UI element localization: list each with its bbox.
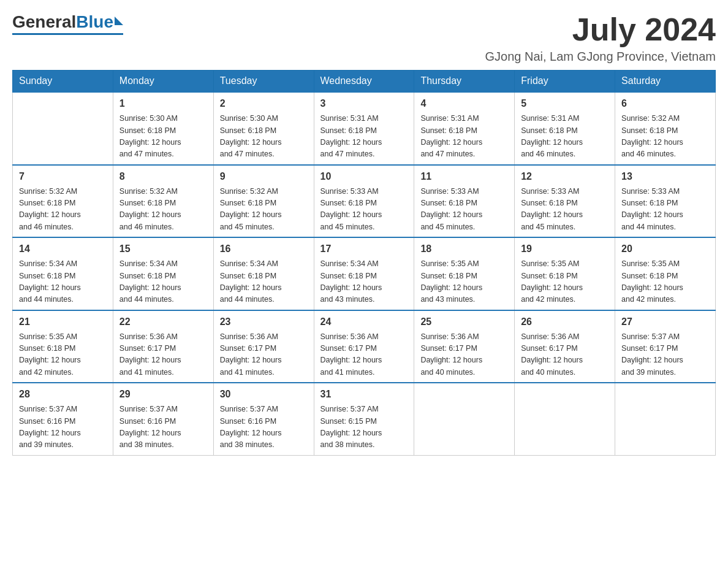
- weekday-header-thursday: Thursday: [414, 71, 515, 93]
- day-number: 5: [521, 96, 609, 111]
- location-subtitle: GJong Nai, Lam GJong Province, Vietnam: [485, 50, 716, 64]
- calendar-table: SundayMondayTuesdayWednesdayThursdayFrid…: [12, 70, 716, 456]
- calendar-cell: 9Sunrise: 5:32 AMSunset: 6:18 PMDaylight…: [213, 165, 314, 238]
- day-number: 28: [19, 387, 107, 402]
- calendar-cell: 1Sunrise: 5:30 AMSunset: 6:18 PMDaylight…: [113, 92, 213, 165]
- page-header: General Blue July 2024 GJong Nai, Lam GJ…: [12, 12, 716, 64]
- calendar-cell: 28Sunrise: 5:37 AMSunset: 6:16 PMDayligh…: [13, 383, 113, 455]
- calendar-cell: 26Sunrise: 5:36 AMSunset: 6:17 PMDayligh…: [515, 310, 615, 383]
- day-info: Sunrise: 5:36 AMSunset: 6:17 PMDaylight:…: [119, 331, 207, 379]
- day-number: 10: [320, 169, 408, 184]
- calendar-cell: 27Sunrise: 5:37 AMSunset: 6:17 PMDayligh…: [615, 310, 716, 383]
- calendar-cell: 30Sunrise: 5:37 AMSunset: 6:16 PMDayligh…: [213, 383, 314, 455]
- logo: General Blue: [12, 12, 123, 35]
- day-info: Sunrise: 5:35 AMSunset: 6:18 PMDaylight:…: [19, 331, 107, 379]
- day-info: Sunrise: 5:31 AMSunset: 6:18 PMDaylight:…: [320, 113, 408, 161]
- logo-underline: [12, 33, 123, 35]
- day-info: Sunrise: 5:33 AMSunset: 6:18 PMDaylight:…: [621, 186, 709, 234]
- day-info: Sunrise: 5:36 AMSunset: 6:17 PMDaylight:…: [521, 331, 609, 379]
- calendar-cell: 14Sunrise: 5:34 AMSunset: 6:18 PMDayligh…: [13, 237, 113, 310]
- day-info: Sunrise: 5:37 AMSunset: 6:16 PMDaylight:…: [19, 404, 107, 451]
- day-number: 21: [19, 315, 107, 329]
- week-row-5: 28Sunrise: 5:37 AMSunset: 6:16 PMDayligh…: [13, 383, 716, 455]
- weekday-header-saturday: Saturday: [615, 71, 716, 93]
- calendar-cell: 25Sunrise: 5:36 AMSunset: 6:17 PMDayligh…: [414, 310, 515, 383]
- calendar-cell: [615, 383, 716, 455]
- calendar-cell: 19Sunrise: 5:35 AMSunset: 6:18 PMDayligh…: [515, 237, 615, 310]
- day-number: 31: [320, 387, 408, 402]
- day-number: 1: [119, 96, 207, 111]
- calendar-cell: 16Sunrise: 5:34 AMSunset: 6:18 PMDayligh…: [213, 237, 314, 310]
- day-number: 19: [521, 242, 609, 256]
- calendar-cell: 6Sunrise: 5:32 AMSunset: 6:18 PMDaylight…: [615, 92, 716, 165]
- calendar-cell: 21Sunrise: 5:35 AMSunset: 6:18 PMDayligh…: [13, 310, 113, 383]
- day-info: Sunrise: 5:34 AMSunset: 6:18 PMDaylight:…: [19, 258, 107, 306]
- day-info: Sunrise: 5:36 AMSunset: 6:17 PMDaylight:…: [420, 331, 508, 379]
- day-info: Sunrise: 5:30 AMSunset: 6:18 PMDaylight:…: [119, 113, 207, 161]
- day-info: Sunrise: 5:32 AMSunset: 6:18 PMDaylight:…: [19, 186, 107, 234]
- day-info: Sunrise: 5:35 AMSunset: 6:18 PMDaylight:…: [621, 258, 709, 306]
- day-info: Sunrise: 5:33 AMSunset: 6:18 PMDaylight:…: [320, 186, 408, 234]
- day-info: Sunrise: 5:37 AMSunset: 6:16 PMDaylight:…: [119, 404, 207, 451]
- calendar-cell: [414, 383, 515, 455]
- day-info: Sunrise: 5:31 AMSunset: 6:18 PMDaylight:…: [420, 113, 508, 161]
- day-number: 20: [621, 242, 709, 256]
- day-number: 4: [420, 96, 508, 111]
- day-number: 2: [220, 96, 308, 111]
- day-number: 30: [220, 387, 308, 402]
- day-number: 3: [320, 96, 408, 111]
- day-number: 7: [19, 169, 107, 184]
- logo-general-text: General: [12, 12, 76, 32]
- day-number: 8: [119, 169, 207, 184]
- logo-blue-text: Blue: [76, 12, 113, 32]
- day-number: 23: [220, 315, 308, 329]
- calendar-cell: 13Sunrise: 5:33 AMSunset: 6:18 PMDayligh…: [615, 165, 716, 238]
- day-number: 14: [19, 242, 107, 256]
- calendar-cell: 18Sunrise: 5:35 AMSunset: 6:18 PMDayligh…: [414, 237, 515, 310]
- day-info: Sunrise: 5:36 AMSunset: 6:17 PMDaylight:…: [220, 331, 308, 379]
- week-row-4: 21Sunrise: 5:35 AMSunset: 6:18 PMDayligh…: [13, 310, 716, 383]
- day-info: Sunrise: 5:34 AMSunset: 6:18 PMDaylight:…: [119, 258, 207, 306]
- title-section: July 2024 GJong Nai, Lam GJong Province,…: [485, 12, 716, 64]
- day-number: 15: [119, 242, 207, 256]
- calendar-cell: 4Sunrise: 5:31 AMSunset: 6:18 PMDaylight…: [414, 92, 515, 165]
- day-number: 17: [320, 242, 408, 256]
- day-info: Sunrise: 5:34 AMSunset: 6:18 PMDaylight:…: [220, 258, 308, 306]
- calendar-cell: 7Sunrise: 5:32 AMSunset: 6:18 PMDaylight…: [13, 165, 113, 238]
- calendar-cell: 29Sunrise: 5:37 AMSunset: 6:16 PMDayligh…: [113, 383, 213, 455]
- day-info: Sunrise: 5:32 AMSunset: 6:18 PMDaylight:…: [220, 186, 308, 234]
- day-info: Sunrise: 5:37 AMSunset: 6:15 PMDaylight:…: [320, 404, 408, 451]
- day-number: 25: [420, 315, 508, 329]
- calendar-cell: 8Sunrise: 5:32 AMSunset: 6:18 PMDaylight…: [113, 165, 213, 238]
- calendar-cell: 15Sunrise: 5:34 AMSunset: 6:18 PMDayligh…: [113, 237, 213, 310]
- calendar-cell: 22Sunrise: 5:36 AMSunset: 6:17 PMDayligh…: [113, 310, 213, 383]
- day-info: Sunrise: 5:37 AMSunset: 6:17 PMDaylight:…: [621, 331, 709, 379]
- month-year-title: July 2024: [485, 12, 716, 47]
- weekday-header-monday: Monday: [113, 71, 213, 93]
- day-number: 13: [621, 169, 709, 184]
- day-info: Sunrise: 5:32 AMSunset: 6:18 PMDaylight:…: [119, 186, 207, 234]
- day-number: 12: [521, 169, 609, 184]
- day-number: 26: [521, 315, 609, 329]
- day-number: 22: [119, 315, 207, 329]
- calendar-cell: 17Sunrise: 5:34 AMSunset: 6:18 PMDayligh…: [314, 237, 414, 310]
- day-info: Sunrise: 5:32 AMSunset: 6:18 PMDaylight:…: [621, 113, 709, 161]
- calendar-cell: 3Sunrise: 5:31 AMSunset: 6:18 PMDaylight…: [314, 92, 414, 165]
- logo-blue-part: Blue: [76, 12, 123, 32]
- day-info: Sunrise: 5:35 AMSunset: 6:18 PMDaylight:…: [521, 258, 609, 306]
- day-info: Sunrise: 5:37 AMSunset: 6:16 PMDaylight:…: [220, 404, 308, 451]
- calendar-cell: 24Sunrise: 5:36 AMSunset: 6:17 PMDayligh…: [314, 310, 414, 383]
- calendar-cell: 31Sunrise: 5:37 AMSunset: 6:15 PMDayligh…: [314, 383, 414, 455]
- day-info: Sunrise: 5:33 AMSunset: 6:18 PMDaylight:…: [521, 186, 609, 234]
- calendar-cell: 23Sunrise: 5:36 AMSunset: 6:17 PMDayligh…: [213, 310, 314, 383]
- week-row-2: 7Sunrise: 5:32 AMSunset: 6:18 PMDaylight…: [13, 165, 716, 238]
- calendar-cell: 10Sunrise: 5:33 AMSunset: 6:18 PMDayligh…: [314, 165, 414, 238]
- day-number: 11: [420, 169, 508, 184]
- day-number: 24: [320, 315, 408, 329]
- calendar-cell: 20Sunrise: 5:35 AMSunset: 6:18 PMDayligh…: [615, 237, 716, 310]
- calendar-cell: 11Sunrise: 5:33 AMSunset: 6:18 PMDayligh…: [414, 165, 515, 238]
- day-number: 29: [119, 387, 207, 402]
- week-row-3: 14Sunrise: 5:34 AMSunset: 6:18 PMDayligh…: [13, 237, 716, 310]
- calendar-cell: [515, 383, 615, 455]
- day-info: Sunrise: 5:36 AMSunset: 6:17 PMDaylight:…: [320, 331, 408, 379]
